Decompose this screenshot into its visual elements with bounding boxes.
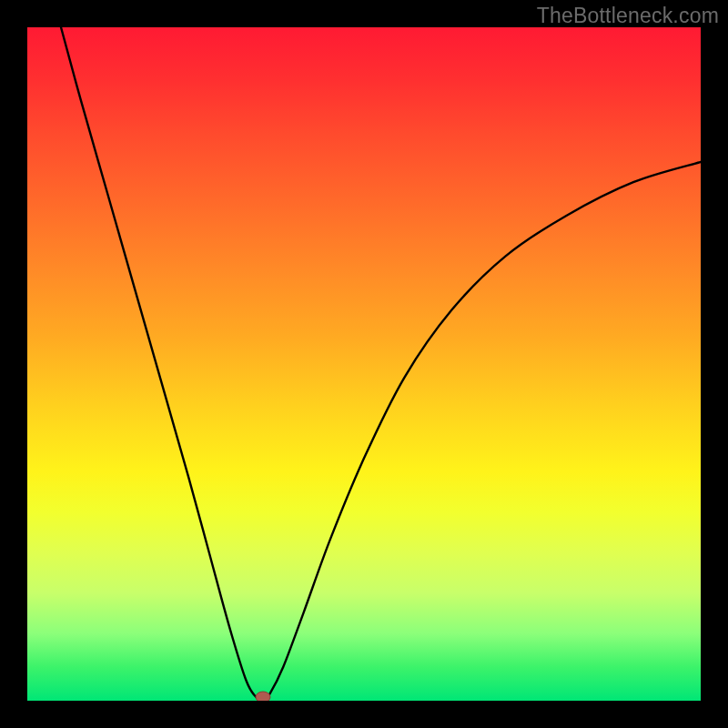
plot-area (27, 27, 701, 701)
curve-left-branch (61, 27, 263, 701)
chart-frame: TheBottleneck.com (0, 0, 728, 728)
curve-svg (27, 27, 701, 701)
curve-right-branch (263, 162, 701, 701)
watermark-text: TheBottleneck.com (537, 4, 719, 28)
bottleneck-marker (256, 692, 270, 701)
